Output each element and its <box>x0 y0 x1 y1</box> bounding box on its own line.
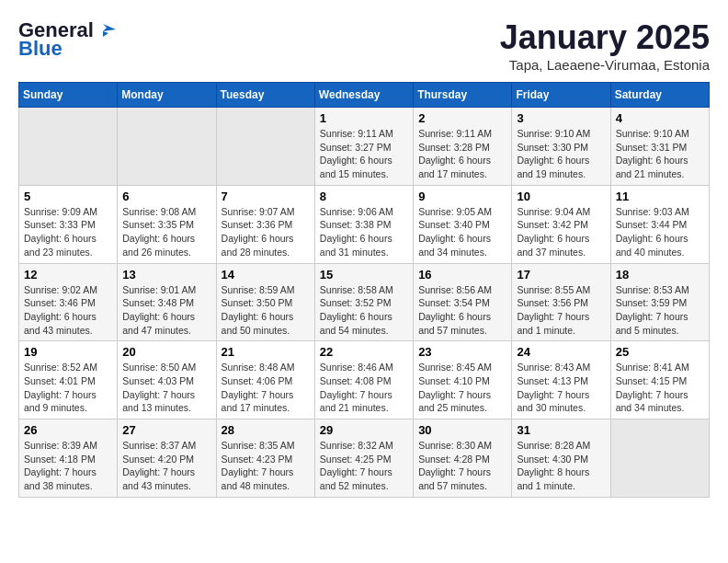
day-info: Sunrise: 8:56 AM Sunset: 3:54 PM Dayligh… <box>418 283 506 338</box>
logo: General Blue <box>18 18 116 61</box>
day-info: Sunrise: 8:37 AM Sunset: 4:20 PM Dayligh… <box>122 439 210 493</box>
calendar-week-row: 19Sunrise: 8:52 AM Sunset: 4:01 PM Dayli… <box>19 341 710 419</box>
day-number: 26 <box>24 423 112 437</box>
day-info: Sunrise: 9:04 AM Sunset: 3:42 PM Dayligh… <box>517 205 605 259</box>
day-info: Sunrise: 8:58 AM Sunset: 3:52 PM Dayligh… <box>320 283 408 338</box>
day-number: 18 <box>616 268 704 282</box>
day-number: 5 <box>24 190 112 203</box>
weekday-header-wednesday: Wednesday <box>314 83 413 108</box>
calendar-cell: 18Sunrise: 8:53 AM Sunset: 3:59 PM Dayli… <box>610 263 709 341</box>
day-number: 20 <box>122 345 210 359</box>
day-number: 8 <box>320 190 408 203</box>
day-number: 11 <box>616 190 704 203</box>
calendar-cell: 19Sunrise: 8:52 AM Sunset: 4:01 PM Dayli… <box>19 341 118 419</box>
month-title: January 2025 <box>500 18 710 57</box>
day-number: 1 <box>320 111 408 125</box>
day-number: 24 <box>517 345 605 359</box>
calendar-cell: 9Sunrise: 9:05 AM Sunset: 3:40 PM Daylig… <box>414 185 512 263</box>
svg-marker-0 <box>103 24 116 31</box>
day-info: Sunrise: 8:48 AM Sunset: 4:06 PM Dayligh… <box>222 361 310 415</box>
day-info: Sunrise: 8:39 AM Sunset: 4:18 PM Dayligh… <box>24 439 112 493</box>
day-info: Sunrise: 9:08 AM Sunset: 3:35 PM Dayligh… <box>122 205 210 259</box>
day-info: Sunrise: 9:03 AM Sunset: 3:44 PM Dayligh… <box>616 205 704 259</box>
svg-marker-1 <box>103 31 108 37</box>
day-number: 16 <box>418 268 506 282</box>
calendar-cell: 25Sunrise: 8:41 AM Sunset: 4:15 PM Dayli… <box>610 341 709 419</box>
page-header: General Blue January 2025 Tapa, Laeaene-… <box>18 18 710 73</box>
day-number: 14 <box>222 268 310 282</box>
calendar-cell: 7Sunrise: 9:07 AM Sunset: 3:36 PM Daylig… <box>216 185 314 263</box>
calendar-week-row: 1Sunrise: 9:11 AM Sunset: 3:27 PM Daylig… <box>19 108 710 186</box>
logo-blue: Blue <box>18 37 63 61</box>
day-info: Sunrise: 8:52 AM Sunset: 4:01 PM Dayligh… <box>24 361 112 415</box>
day-number: 28 <box>222 423 310 437</box>
day-number: 3 <box>517 111 605 125</box>
title-block: January 2025 Tapa, Laeaene-Virumaa, Esto… <box>500 18 710 73</box>
day-number: 21 <box>222 345 310 359</box>
day-info: Sunrise: 8:46 AM Sunset: 4:08 PM Dayligh… <box>320 361 408 415</box>
day-info: Sunrise: 8:43 AM Sunset: 4:13 PM Dayligh… <box>517 361 605 415</box>
calendar-cell: 22Sunrise: 8:46 AM Sunset: 4:08 PM Dayli… <box>314 341 413 419</box>
calendar-cell: 11Sunrise: 9:03 AM Sunset: 3:44 PM Dayli… <box>610 185 709 263</box>
day-info: Sunrise: 8:28 AM Sunset: 4:30 PM Dayligh… <box>517 439 605 493</box>
calendar-cell <box>610 419 709 498</box>
day-number: 29 <box>320 423 408 437</box>
logo-bird-icon <box>96 22 116 39</box>
calendar-cell <box>118 108 216 186</box>
day-info: Sunrise: 9:05 AM Sunset: 3:40 PM Dayligh… <box>418 205 506 259</box>
day-number: 30 <box>418 423 506 437</box>
day-info: Sunrise: 9:10 AM Sunset: 3:31 PM Dayligh… <box>616 127 704 181</box>
day-info: Sunrise: 9:06 AM Sunset: 3:38 PM Dayligh… <box>320 205 408 259</box>
calendar-cell: 13Sunrise: 9:01 AM Sunset: 3:48 PM Dayli… <box>118 263 216 341</box>
day-number: 6 <box>122 190 210 203</box>
calendar-cell: 8Sunrise: 9:06 AM Sunset: 3:38 PM Daylig… <box>314 185 413 263</box>
day-number: 9 <box>418 190 506 203</box>
calendar-cell: 16Sunrise: 8:56 AM Sunset: 3:54 PM Dayli… <box>414 263 512 341</box>
day-number: 22 <box>320 345 408 359</box>
calendar-cell: 2Sunrise: 9:11 AM Sunset: 3:28 PM Daylig… <box>414 108 512 186</box>
day-info: Sunrise: 9:10 AM Sunset: 3:30 PM Dayligh… <box>517 127 605 181</box>
calendar-cell: 23Sunrise: 8:45 AM Sunset: 4:10 PM Dayli… <box>414 341 512 419</box>
day-number: 4 <box>616 111 704 125</box>
day-number: 17 <box>517 268 605 282</box>
calendar-cell: 12Sunrise: 9:02 AM Sunset: 3:46 PM Dayli… <box>19 263 118 341</box>
day-number: 10 <box>517 190 605 203</box>
day-number: 25 <box>616 345 704 359</box>
calendar-cell: 21Sunrise: 8:48 AM Sunset: 4:06 PM Dayli… <box>216 341 314 419</box>
day-number: 7 <box>222 190 310 203</box>
calendar-cell: 4Sunrise: 9:10 AM Sunset: 3:31 PM Daylig… <box>610 108 709 186</box>
day-info: Sunrise: 8:59 AM Sunset: 3:50 PM Dayligh… <box>222 283 310 338</box>
calendar-cell: 14Sunrise: 8:59 AM Sunset: 3:50 PM Dayli… <box>216 263 314 341</box>
day-number: 15 <box>320 268 408 282</box>
day-number: 23 <box>418 345 506 359</box>
weekday-header-tuesday: Tuesday <box>216 83 314 108</box>
day-info: Sunrise: 9:07 AM Sunset: 3:36 PM Dayligh… <box>222 205 310 259</box>
weekday-header-sunday: Sunday <box>19 83 118 108</box>
calendar-cell: 31Sunrise: 8:28 AM Sunset: 4:30 PM Dayli… <box>512 419 610 498</box>
calendar-cell: 27Sunrise: 8:37 AM Sunset: 4:20 PM Dayli… <box>118 419 216 498</box>
calendar-cell: 24Sunrise: 8:43 AM Sunset: 4:13 PM Dayli… <box>512 341 610 419</box>
weekday-header-monday: Monday <box>118 83 216 108</box>
calendar-week-row: 5Sunrise: 9:09 AM Sunset: 3:33 PM Daylig… <box>19 185 710 263</box>
calendar-week-row: 26Sunrise: 8:39 AM Sunset: 4:18 PM Dayli… <box>19 419 710 498</box>
day-info: Sunrise: 9:09 AM Sunset: 3:33 PM Dayligh… <box>24 205 112 259</box>
calendar-cell <box>216 108 314 186</box>
calendar-cell: 26Sunrise: 8:39 AM Sunset: 4:18 PM Dayli… <box>19 419 118 498</box>
calendar-cell: 30Sunrise: 8:30 AM Sunset: 4:28 PM Dayli… <box>414 419 512 498</box>
day-info: Sunrise: 9:02 AM Sunset: 3:46 PM Dayligh… <box>24 283 112 338</box>
day-number: 12 <box>24 268 112 282</box>
calendar-cell <box>19 108 118 186</box>
day-info: Sunrise: 8:53 AM Sunset: 3:59 PM Dayligh… <box>616 283 704 338</box>
day-info: Sunrise: 9:01 AM Sunset: 3:48 PM Dayligh… <box>122 283 210 338</box>
day-number: 13 <box>122 268 210 282</box>
calendar-cell: 5Sunrise: 9:09 AM Sunset: 3:33 PM Daylig… <box>19 185 118 263</box>
calendar-cell: 29Sunrise: 8:32 AM Sunset: 4:25 PM Dayli… <box>314 419 413 498</box>
day-number: 19 <box>24 345 112 359</box>
day-info: Sunrise: 8:30 AM Sunset: 4:28 PM Dayligh… <box>418 439 506 493</box>
calendar-cell: 10Sunrise: 9:04 AM Sunset: 3:42 PM Dayli… <box>512 185 610 263</box>
weekday-header-saturday: Saturday <box>610 83 709 108</box>
calendar-cell: 28Sunrise: 8:35 AM Sunset: 4:23 PM Dayli… <box>216 419 314 498</box>
day-number: 27 <box>122 423 210 437</box>
day-info: Sunrise: 8:50 AM Sunset: 4:03 PM Dayligh… <box>122 361 210 415</box>
calendar-cell: 1Sunrise: 9:11 AM Sunset: 3:27 PM Daylig… <box>314 108 413 186</box>
